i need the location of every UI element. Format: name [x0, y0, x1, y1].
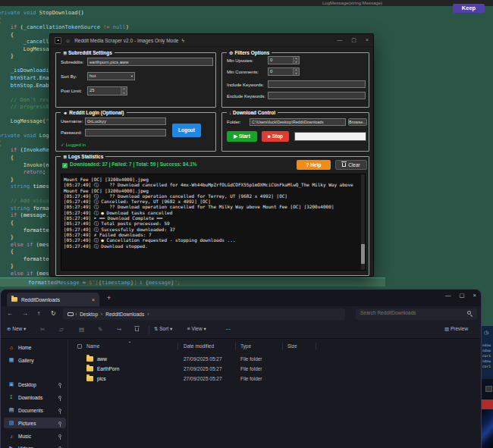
select-all-checkbox[interactable]: [77, 344, 82, 349]
sort-button[interactable]: ⇅ Sort ▾: [154, 326, 172, 332]
file-row[interactable]: pics27/09/2025 05:27File folder: [68, 374, 481, 384]
download-icon: ↓: [229, 111, 231, 115]
sort-by-dropdown[interactable]: hot ▾: [87, 72, 135, 80]
file-row[interactable]: aww27/09/2025 05:27File folder: [68, 354, 481, 364]
view-button[interactable]: ≡ View ▾: [187, 326, 206, 332]
chevron-down-icon: ▾: [24, 326, 26, 331]
file-row[interactable]: EarthPorn27/09/2025 05:27File folder: [68, 364, 481, 374]
sidebar-item-desktop[interactable]: ▣Desktop: [4, 379, 66, 390]
chevron-right-icon[interactable]: ›: [147, 312, 149, 317]
forward-button[interactable]: →: [22, 310, 28, 317]
browse-button[interactable]: Browse...: [348, 118, 367, 126]
close-button[interactable]: ×: [473, 292, 476, 299]
spin-down-icon[interactable]: ▾: [296, 72, 297, 75]
column-header-name[interactable]: Name: [86, 343, 99, 349]
explorer-toolbar: ⊕ New ▾ ✂ ▱ ▤ ✎ ↪ ⇅ Sort ▾ ≡ View ▾ ⋯ ▥ …: [1, 322, 481, 339]
logout-button[interactable]: Logout: [172, 124, 201, 137]
file-list: ▴ Name Date modified Type Size aww27/09/…: [68, 339, 481, 448]
stop-button[interactable]: ■ Stop: [262, 131, 289, 142]
download-control-group: ↓Download Control Folder: Browse... ▶ St…: [221, 112, 369, 152]
log-line: [05:27:49] ⓘ ● Download tasks cancelled: [64, 210, 359, 215]
column-header-type[interactable]: Type: [240, 343, 251, 349]
spin-up-icon[interactable]: ▴: [296, 68, 297, 71]
preview-button[interactable]: ▥ Preview: [444, 326, 468, 332]
spin-up-icon[interactable]: ▴: [296, 57, 297, 60]
username-input[interactable]: [85, 117, 166, 125]
close-button[interactable]: ×: [366, 37, 369, 43]
log-icon: ≣: [63, 155, 67, 159]
exclude-keywords-input[interactable]: [268, 92, 366, 99]
help-button[interactable]: ? Help: [297, 160, 331, 170]
password-input[interactable]: [85, 129, 166, 136]
keep-button[interactable]: Keep: [453, 4, 485, 13]
spin-up-icon[interactable]: ▴: [124, 87, 125, 90]
file-type: File folder: [240, 356, 262, 362]
pin-icon: [58, 383, 61, 386]
column-divider[interactable]: [235, 343, 236, 350]
sidebar-item-documents[interactable]: ▤Documents: [4, 405, 66, 415]
log-line: [05:27:49] ➤ ══ Download Complete ══: [64, 215, 359, 221]
chevron-right-icon[interactable]: ›: [101, 312, 102, 317]
terminal-text-fragment: ndow: [482, 343, 491, 348]
sidebar-item-home[interactable]: ⌂Home: [4, 342, 66, 352]
column-divider[interactable]: [316, 343, 316, 350]
subreddits-input[interactable]: [87, 58, 213, 66]
file-name: EarthPorn: [97, 366, 119, 371]
search-box[interactable]: [356, 309, 477, 320]
breadcrumb-item[interactable]: Desktop: [80, 312, 98, 317]
minimize-button[interactable]: —: [445, 292, 451, 299]
code-line: {: [0, 32, 14, 38]
log-output[interactable]: Mount Fee [OC] [3200x4000].jpeg[05:27:49…: [61, 174, 366, 271]
new-button[interactable]: ⊕ New ▾: [7, 326, 26, 332]
tab-close-icon[interactable]: ×: [92, 297, 95, 302]
clear-button[interactable]: Clear: [335, 160, 367, 170]
sidebar-item-downloads[interactable]: ↧Downloads: [4, 392, 66, 403]
column-divider[interactable]: [177, 343, 178, 350]
breadcrumb[interactable]: ›Desktop›RedditDownloads›: [63, 309, 345, 320]
column-header-date[interactable]: Date modified: [184, 343, 214, 349]
copy-button[interactable]: ▱: [59, 326, 64, 333]
sidebar-item-pictures[interactable]: ▨Pictures: [4, 418, 66, 428]
start-button[interactable]: ▶ Start: [227, 131, 257, 142]
breadcrumb-item[interactable]: RedditDownloads: [105, 312, 144, 317]
search-input[interactable]: [360, 310, 459, 315]
column-divider[interactable]: [282, 343, 283, 350]
stop-icon: ■: [268, 133, 271, 139]
refresh-button[interactable]: ↻: [51, 310, 56, 317]
subreddits-label: Subreddits:: [61, 60, 83, 64]
include-keywords-input[interactable]: [268, 80, 366, 88]
delete-button[interactable]: [135, 326, 141, 333]
sidebar-item-videos[interactable]: ▶Videos: [4, 443, 66, 448]
new-tab-button[interactable]: +: [107, 294, 111, 302]
maximize-button[interactable]: ▢: [460, 292, 465, 299]
min-upvotes-stepper[interactable]: 0 ▴▾: [268, 56, 300, 64]
sort-icon: ⇅: [154, 326, 158, 331]
min-comments-stepper[interactable]: 0 ▴▾: [268, 67, 300, 76]
share-button[interactable]: ↪: [117, 326, 121, 333]
rename-button[interactable]: ✎: [98, 326, 102, 333]
cut-button[interactable]: ✂: [40, 326, 45, 333]
log-scrollbar-thumb[interactable]: [361, 244, 365, 264]
log-scrollbar[interactable]: [361, 174, 365, 270]
sidebar-item-gallery[interactable]: ▦Gallery: [4, 355, 66, 365]
chevron-right-icon[interactable]: ›: [75, 312, 77, 317]
folder-path-input[interactable]: [250, 118, 346, 126]
post-limit-stepper[interactable]: 25 ▴▾: [87, 86, 127, 96]
spin-down-icon[interactable]: ▾: [124, 92, 125, 95]
minimize-button[interactable]: —: [337, 37, 342, 43]
back-button[interactable]: ←: [7, 310, 13, 317]
reddit-login-group: ☻Reddit Login (Optional) Username: Passw…: [55, 112, 216, 152]
terminal-text-fragment: cor1: [482, 364, 491, 369]
maximize-button[interactable]: ▢: [351, 37, 356, 43]
scraper-titlebar[interactable]: ▪ ☺ Reddit Media Scraper v2.0 - Images O…: [50, 34, 373, 47]
up-button[interactable]: ↑: [37, 310, 40, 317]
log-line: [05:27:49] ⓘ ?? Download cancelled for 4…: [64, 182, 359, 187]
column-header-size[interactable]: Size: [287, 343, 297, 349]
check-icon: ✓: [61, 143, 64, 147]
paste-button[interactable]: ▤: [79, 326, 84, 333]
more-button[interactable]: ⋯: [225, 326, 231, 333]
sidebar-item-music[interactable]: ♪Music: [4, 431, 66, 441]
explorer-tab[interactable]: RedditDownloads ×: [7, 293, 99, 306]
exclude-keywords-label: Exclude Keywords:: [227, 94, 265, 99]
spin-down-icon[interactable]: ▾: [296, 61, 297, 64]
